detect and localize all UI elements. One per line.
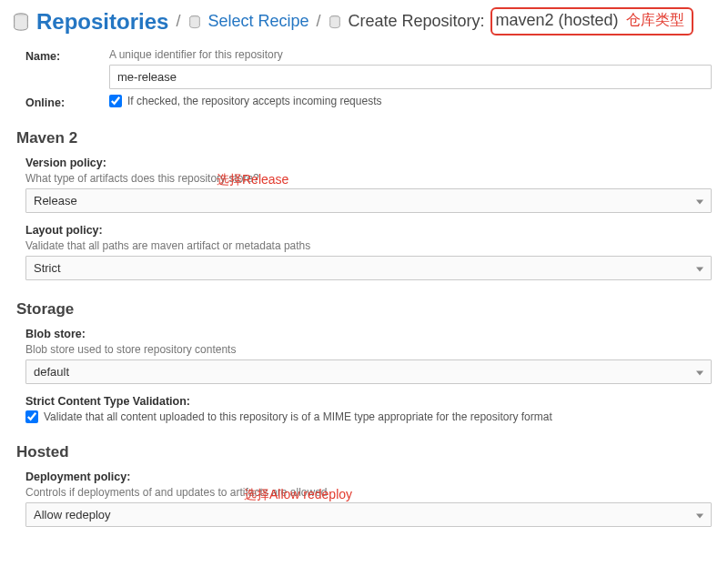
deployment-policy-label: Deployment policy: <box>25 471 712 483</box>
deployment-policy-block: Deployment policy: Controls if deploymen… <box>25 471 712 527</box>
section-maven2: Maven 2 <box>16 129 712 147</box>
strict-content-hint: Validate that all content uploaded to th… <box>44 410 552 423</box>
breadcrumb-sep: / <box>314 12 322 31</box>
name-label: Name: <box>25 48 109 63</box>
breadcrumb-root[interactable]: Repositories <box>11 9 168 35</box>
database-icon <box>328 15 342 29</box>
breadcrumb-sep: / <box>174 12 182 31</box>
online-label: Online: <box>25 95 109 109</box>
database-icon <box>11 12 31 32</box>
breadcrumb-select-recipe-label: Select Recipe <box>207 12 308 31</box>
layout-policy-label: Layout policy: <box>25 224 712 237</box>
blob-store-value: default <box>34 365 69 379</box>
strict-content-block: Strict Content Type Validation: Validate… <box>25 395 712 423</box>
online-checkbox-row[interactable]: If checked, the repository accepts incom… <box>109 95 712 107</box>
blob-store-block: Blob store: Blob store used to store rep… <box>25 328 712 384</box>
recipe-annotation: 仓库类型 <box>626 11 684 30</box>
blob-store-hint: Blob store used to store repository cont… <box>25 343 712 356</box>
section-storage: Storage <box>16 300 712 319</box>
version-policy-block: Version policy: What type of artifacts d… <box>25 157 712 213</box>
version-annotation: 选择Release <box>217 172 288 188</box>
strict-content-checkbox[interactable] <box>25 410 38 423</box>
name-hint: A unique identifier for this repository <box>109 48 712 61</box>
section-hosted: Hosted <box>16 443 712 461</box>
recipe-highlight-box: maven2 (hosted) 仓库类型 <box>490 7 693 35</box>
breadcrumb: Repositories / Select Recipe / Create Re… <box>0 0 728 43</box>
blob-store-select[interactable]: default <box>25 359 712 384</box>
deployment-policy-value: Allow redeploy <box>34 508 111 521</box>
blob-store-label: Blob store: <box>25 328 712 340</box>
layout-policy-value: Strict <box>34 261 61 275</box>
layout-policy-hint: Validate that all paths are maven artifa… <box>25 239 712 252</box>
breadcrumb-select-recipe[interactable]: Select Recipe <box>187 12 308 31</box>
deployment-policy-hint: Controls if deployments of and updates t… <box>25 486 712 499</box>
name-input[interactable] <box>109 65 712 89</box>
layout-policy-block: Layout policy: Validate that all paths a… <box>25 224 712 280</box>
deployment-annotation: 选择Allow redeploy <box>244 487 352 503</box>
breadcrumb-create-label: Create Repository: <box>348 12 484 31</box>
version-policy-value: Release <box>34 194 77 208</box>
name-row: Name: A unique identifier for this repos… <box>25 48 712 89</box>
strict-content-label: Strict Content Type Validation: <box>25 395 712 408</box>
form-area: Name: A unique identifier for this repos… <box>0 43 728 527</box>
version-policy-select[interactable]: Release <box>25 188 712 213</box>
strict-content-checkbox-row[interactable]: Validate that all content uploaded to th… <box>25 410 712 423</box>
layout-policy-select[interactable]: Strict <box>25 256 712 280</box>
breadcrumb-root-label: Repositories <box>36 9 168 35</box>
online-checkbox[interactable] <box>109 95 122 107</box>
online-hint: If checked, the repository accepts incom… <box>127 95 381 107</box>
deployment-policy-select[interactable]: Allow redeploy <box>25 502 712 527</box>
version-policy-label: Version policy: <box>25 157 712 169</box>
database-icon <box>187 15 202 29</box>
breadcrumb-create-repository: Create Repository: <box>328 12 484 31</box>
online-row: Online: If checked, the repository accep… <box>25 95 712 109</box>
recipe-name: maven2 (hosted) <box>496 11 619 30</box>
